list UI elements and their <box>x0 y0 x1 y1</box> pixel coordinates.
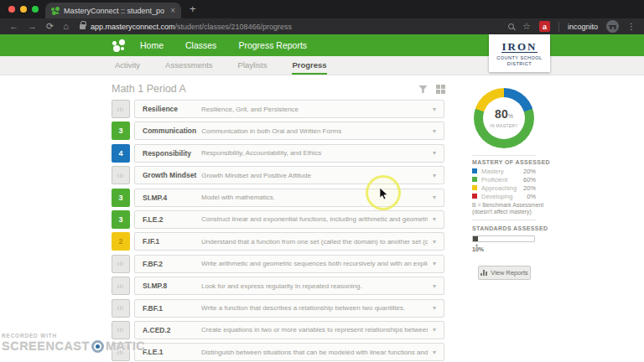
view-reports-button[interactable]: View Reports <box>478 266 531 280</box>
nav-item-home[interactable]: Home <box>140 40 164 50</box>
chevron-down-icon[interactable]: ▾ <box>433 326 436 334</box>
standard-box[interactable]: Growth MindsetGrowth Mindset and Positiv… <box>134 166 444 184</box>
tab-progress[interactable]: Progress <box>292 56 326 75</box>
page-title: Math 1 Period A <box>112 83 186 95</box>
standard-row[interactable]: ılıF.BF.1Write a function that describes… <box>112 299 444 318</box>
legend-label: Mastery <box>481 168 523 175</box>
standard-code: SI.MP.4 <box>143 194 196 202</box>
extension-icon[interactable]: a <box>539 21 550 32</box>
mouse-cursor <box>379 188 388 200</box>
chevron-down-icon[interactable]: ▾ <box>433 282 436 290</box>
incognito-label: incognito <box>568 23 598 31</box>
minimize-window-button[interactable] <box>20 6 27 13</box>
standard-box[interactable]: F.LE.1Distinguish between situations tha… <box>134 343 444 361</box>
window-controls[interactable] <box>8 6 39 13</box>
chevron-down-icon[interactable]: ▾ <box>433 260 436 267</box>
chevron-down-icon[interactable]: ▾ <box>433 172 436 179</box>
legend-item: Approaching20% <box>472 184 536 192</box>
standard-row[interactable]: 3CommunicationCommunication in both Oral… <box>112 122 444 140</box>
tab-assessments[interactable]: Assessments <box>165 56 213 75</box>
legend-label: Developing <box>481 193 527 200</box>
standard-row[interactable]: ılıA.CED.2Create equations in two or mor… <box>112 321 444 339</box>
standard-description: Construct linear and exponential functio… <box>201 215 428 223</box>
standard-description: Understand that a function from one set … <box>201 238 428 246</box>
district-name: IRON <box>501 41 538 53</box>
legend-item: Proficient60% <box>472 175 536 184</box>
legend-value: 60% <box>523 176 536 184</box>
browser-tab[interactable]: MasteryConnect :: student_po × <box>45 3 181 18</box>
standard-box[interactable]: F.IF.1Understand that a function from on… <box>134 232 444 251</box>
close-window-button[interactable] <box>8 6 15 13</box>
standard-row[interactable]: ılıF.BF.2Write arithmetic and geometric … <box>112 255 444 273</box>
tab-playlists[interactable]: Playlists <box>238 56 267 75</box>
standard-box[interactable]: SI.MP.8Look for and express regularity i… <box>134 277 444 295</box>
filter-icon[interactable] <box>418 85 428 94</box>
standard-description: Responsibility, Accountability, and Ethi… <box>201 149 428 157</box>
standard-code: F.LE.2 <box>143 215 196 224</box>
standards-assessed-percent: 10% <box>472 246 484 252</box>
standard-box[interactable]: A.CED.2Create equations in two or more v… <box>134 321 444 339</box>
standard-description: Distinguish between situations that can … <box>201 349 428 356</box>
chevron-down-icon[interactable]: ▾ <box>433 215 436 223</box>
standard-description: Communication in both Oral and Written F… <box>201 127 428 135</box>
bookmark-star-icon[interactable]: ☆ <box>522 21 531 32</box>
watermark-recorded-text: RECORDED WITH <box>2 333 145 339</box>
reload-icon[interactable]: ⟳ <box>46 18 54 34</box>
bar-chart-icon <box>480 270 487 276</box>
zoom-window-button[interactable] <box>32 6 39 13</box>
legend-value: 20% <box>523 184 536 192</box>
standard-row[interactable]: ılıResilienceResilience, Grit, and Persi… <box>112 100 444 118</box>
chevron-down-icon[interactable]: ▾ <box>433 194 436 201</box>
chevron-down-icon[interactable]: ▾ <box>433 149 436 157</box>
back-icon[interactable]: ← <box>9 18 18 34</box>
standards-assessed-fill <box>473 236 478 241</box>
standard-score-badge: ılı <box>112 277 130 295</box>
standard-row[interactable]: 3F.LE.2Construct linear and exponential … <box>112 210 444 229</box>
new-tab-button[interactable]: + <box>190 3 196 15</box>
standards-list: ılıResilienceResilience, Grit, and Persi… <box>112 100 444 362</box>
standard-box[interactable]: F.BF.1Write a function that describes a … <box>134 299 444 318</box>
standard-score-badge: 3 <box>112 122 130 140</box>
legend-color-swatch <box>472 185 477 190</box>
standard-box[interactable]: F.LE.2Construct linear and exponential f… <box>134 210 444 229</box>
standard-score-badge: ılı <box>112 100 130 118</box>
chevron-down-icon[interactable]: ▾ <box>433 349 436 356</box>
mastery-donut-chart: 80% IN MASTERY <box>474 88 534 148</box>
standard-box[interactable]: F.BF.2Write arithmetic and geometric seq… <box>134 255 444 273</box>
standard-box[interactable]: CommunicationCommunication in both Oral … <box>134 122 444 140</box>
incognito-icon <box>606 20 619 33</box>
mastery-percent-label: IN MASTERY <box>490 123 517 128</box>
standard-row[interactable]: 4ResponsibilityResponsibility, Accountab… <box>112 144 444 163</box>
nav-item-progress-reports[interactable]: Progress Reports <box>238 40 307 50</box>
standard-box[interactable]: ResilienceResilience, Grit, and Persiste… <box>134 100 444 118</box>
chevron-down-icon[interactable]: ▾ <box>433 127 436 135</box>
close-tab-icon[interactable]: × <box>170 6 175 15</box>
forward-icon[interactable]: → <box>28 18 37 34</box>
standard-code: F.LE.1 <box>143 348 196 356</box>
search-icon[interactable] <box>508 23 514 29</box>
legend-value: 20% <box>523 168 536 175</box>
masteryconnect-logo[interactable] <box>112 39 125 52</box>
browser-menu-icon[interactable]: ⋮ <box>627 22 636 31</box>
grid-view-icon[interactable] <box>436 85 445 94</box>
address-input[interactable]: app.masteryconnect.com/student/classes/2… <box>91 23 292 31</box>
standard-row[interactable]: ılıF.LE.1Distinguish between situations … <box>112 343 444 361</box>
benchmark-note: B = Benchmark Assessment (doesn't affect… <box>472 202 543 215</box>
standard-row[interactable]: 2F.IF.1Understand that a function from o… <box>112 232 444 251</box>
standard-code: A.CED.2 <box>143 326 196 334</box>
standard-description: Look for and express regularity in repea… <box>201 282 428 290</box>
district-subtitle: COUNTY SCHOOL <box>489 55 550 60</box>
standard-description: Resilience, Grit, and Persistence <box>201 106 428 113</box>
chevron-down-icon[interactable]: ▾ <box>433 238 436 246</box>
nav-item-classes[interactable]: Classes <box>185 40 216 50</box>
tab-activity[interactable]: Activity <box>115 56 140 75</box>
home-icon[interactable]: ⌂ <box>63 18 69 34</box>
standard-score-badge: ılı <box>112 299 130 318</box>
chevron-down-icon[interactable]: ▾ <box>433 304 436 312</box>
standard-row[interactable]: ılıSI.MP.8Look for and express regularit… <box>112 277 444 295</box>
masteryconnect-favicon <box>51 7 60 15</box>
chevron-down-icon[interactable]: ▾ <box>433 106 436 113</box>
standard-box[interactable]: ResponsibilityResponsibility, Accountabi… <box>134 144 444 163</box>
main-nav: HomeClassesProgress Reports <box>140 40 307 50</box>
standard-score-badge: 3 <box>112 189 130 207</box>
